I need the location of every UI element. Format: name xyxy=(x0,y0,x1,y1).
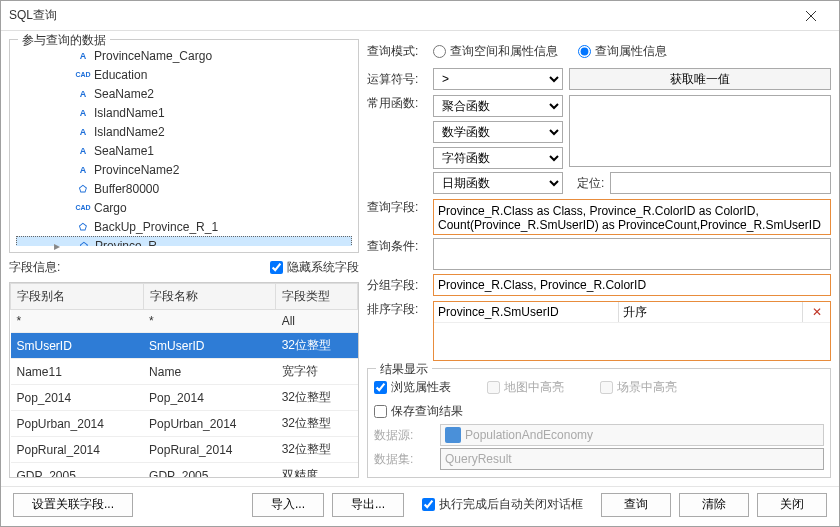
sort-field-label: 排序字段: xyxy=(367,301,427,318)
close-icon[interactable] xyxy=(791,2,831,30)
hide-sys-fields-checkbox[interactable]: 隐藏系统字段 xyxy=(270,259,359,276)
tree-item-label: ProvinceName2 xyxy=(94,163,179,177)
query-cond-input[interactable] xyxy=(433,238,831,270)
tree-item[interactable]: ▸⬠Province_R xyxy=(16,236,352,246)
poly-icon: ⬠ xyxy=(76,220,90,234)
tree-item[interactable]: AIslandName1 xyxy=(16,103,352,122)
sort-delete-icon[interactable]: ✕ xyxy=(802,302,830,322)
set-rel-field-button[interactable]: 设置关联字段... xyxy=(13,493,133,517)
a-icon: A xyxy=(76,125,90,139)
result-legend: 结果显示 xyxy=(376,361,432,378)
tree-item[interactable]: ⬠BackUp_Province_R_1 xyxy=(16,217,352,236)
a-icon: A xyxy=(76,87,90,101)
poly-icon: ⬠ xyxy=(77,239,91,247)
dataset-input xyxy=(440,448,824,470)
tree-item-label: ProvinceName_Cargo xyxy=(94,49,212,63)
highlight-map-checkbox: 地图中高亮 xyxy=(487,379,564,396)
table-row[interactable]: SmUserIDSmUserID32位整型 xyxy=(11,333,358,359)
tree-item-label: IslandName1 xyxy=(94,106,165,120)
field-table[interactable]: 字段别名字段名称字段类型 **AllSmUserIDSmUserID32位整型N… xyxy=(9,282,359,478)
locate-input[interactable] xyxy=(610,172,831,194)
datasource-select: PopulationAndEconomy xyxy=(440,424,824,446)
a-icon: A xyxy=(76,144,90,158)
query-field-input[interactable]: Province_R.Class as Class, Province_R.Co… xyxy=(433,199,831,235)
column-header[interactable]: 字段类型 xyxy=(276,284,358,310)
tree-item[interactable]: ASeaName1 xyxy=(16,141,352,160)
tree-item-label: IslandName2 xyxy=(94,125,165,139)
group-field-input[interactable] xyxy=(433,274,831,296)
a-icon: A xyxy=(76,106,90,120)
radio-space-attr[interactable]: 查询空间和属性信息 xyxy=(433,43,558,60)
sql-query-window: SQL查询 参与查询的数据 AProvinceName_CargoCADEduc… xyxy=(0,0,840,527)
clear-button[interactable]: 清除 xyxy=(679,493,749,517)
common-func-label: 常用函数: xyxy=(367,95,427,112)
tree-item[interactable]: AProvinceName2 xyxy=(16,160,352,179)
tree-item-label: SeaName1 xyxy=(94,144,154,158)
query-mode-label: 查询模式: xyxy=(367,43,427,60)
group-field-label: 分组字段: xyxy=(367,277,427,294)
tree-item[interactable]: ⬠Buffer80000 xyxy=(16,179,352,198)
func-string-select[interactable]: 字符函数 xyxy=(433,147,563,169)
auto-close-checkbox[interactable]: 执行完成后自动关闭对话框 xyxy=(422,496,583,513)
tree-item-label: Province_R xyxy=(95,239,157,247)
sort-order-value[interactable] xyxy=(618,302,803,322)
func-math-select[interactable]: 数学函数 xyxy=(433,121,563,143)
func-aggregate-select[interactable]: 聚合函数 xyxy=(433,95,563,117)
sort-field-value[interactable] xyxy=(434,302,618,322)
query-cond-label: 查询条件: xyxy=(367,238,427,255)
data-legend: 参与查询的数据 xyxy=(18,32,110,49)
footer: 设置关联字段... 导入... 导出... 执行完成后自动关闭对话框 查询 清除… xyxy=(1,486,839,522)
result-section: 结果显示 浏览属性表 地图中高亮 场景中高亮 保存查询结果 数据源: Popul… xyxy=(367,368,831,478)
data-fieldset: 参与查询的数据 AProvinceName_CargoCADEducationA… xyxy=(9,39,359,253)
query-button[interactable]: 查询 xyxy=(601,493,671,517)
func-date-select[interactable]: 日期函数 xyxy=(433,172,563,194)
tree-item[interactable]: ASeaName2 xyxy=(16,84,352,103)
operator-select[interactable]: > xyxy=(433,68,563,90)
field-info-label: 字段信息: xyxy=(9,259,264,276)
table-row[interactable]: **All xyxy=(11,310,358,333)
tree-item[interactable]: CADCargo xyxy=(16,198,352,217)
close-button[interactable]: 关闭 xyxy=(757,493,827,517)
titlebar: SQL查询 xyxy=(1,1,839,31)
save-result-checkbox[interactable]: 保存查询结果 xyxy=(374,403,463,420)
datasource-label: 数据源: xyxy=(374,427,434,444)
tree-item[interactable]: AIslandName2 xyxy=(16,122,352,141)
table-row[interactable]: Pop_2014Pop_201432位整型 xyxy=(11,385,358,411)
import-button[interactable]: 导入... xyxy=(252,493,324,517)
cad-icon: CAD xyxy=(76,68,90,82)
table-row[interactable]: PopRural_2014PopRural_201432位整型 xyxy=(11,437,358,463)
table-row[interactable]: Name11Name宽字符 xyxy=(11,359,358,385)
highlight-scene-checkbox: 场景中高亮 xyxy=(600,379,677,396)
tree-item-label: Cargo xyxy=(94,201,127,215)
a-icon: A xyxy=(76,49,90,63)
hide-sys-fields-input[interactable] xyxy=(270,261,283,274)
tree-item-label: Education xyxy=(94,68,147,82)
datasource-icon xyxy=(445,427,461,443)
get-unique-button[interactable]: 获取唯一值 xyxy=(569,68,831,90)
tree-item-label: Buffer80000 xyxy=(94,182,159,196)
cad-icon: CAD xyxy=(76,201,90,215)
browse-attr-checkbox[interactable]: 浏览属性表 xyxy=(374,379,451,396)
column-header[interactable]: 字段名称 xyxy=(143,284,276,310)
table-row[interactable]: PopUrban_2014PopUrban_201432位整型 xyxy=(11,411,358,437)
unique-values-list[interactable] xyxy=(569,95,831,167)
data-tree[interactable]: AProvinceName_CargoCADEducationASeaName2… xyxy=(16,46,352,246)
window-title: SQL查询 xyxy=(9,7,791,24)
export-button[interactable]: 导出... xyxy=(332,493,404,517)
locate-label: 定位: xyxy=(577,175,604,192)
table-row[interactable]: GDP_2005GDP_2005双精度 xyxy=(11,463,358,479)
tree-item-label: SeaName2 xyxy=(94,87,154,101)
a-icon: A xyxy=(76,163,90,177)
poly-icon: ⬠ xyxy=(76,182,90,196)
radio-attr-only[interactable]: 查询属性信息 xyxy=(578,43,667,60)
column-header[interactable]: 字段别名 xyxy=(11,284,144,310)
operator-label: 运算符号: xyxy=(367,71,427,88)
tree-item[interactable]: CADEducation xyxy=(16,65,352,84)
query-field-label: 查询字段: xyxy=(367,199,427,216)
tree-item-label: BackUp_Province_R_1 xyxy=(94,220,218,234)
dataset-label: 数据集: xyxy=(374,451,434,468)
